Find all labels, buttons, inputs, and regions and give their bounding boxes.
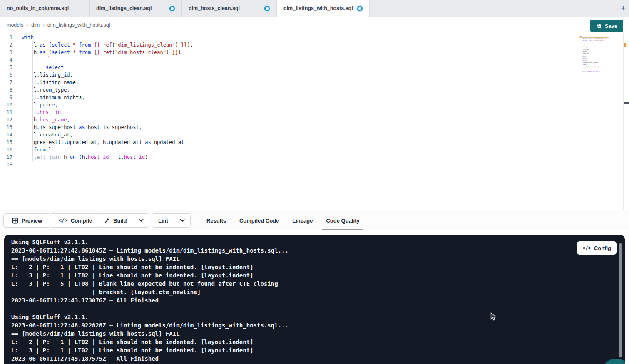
lint-output-text: Using SQLFluff v2.1.1. 2023-06-06T11:27:… (4, 235, 625, 363)
code-line[interactable]: 11 l.host_id, (0, 109, 193, 116)
code-line-text: l.created_at, (579, 64, 588, 66)
code-line[interactable]: 8 l.room_type, (0, 86, 193, 94)
code-line-text: l.minimum_nights, (579, 53, 590, 54)
code-line-text: h.is_superhost as host_is_superhost, (12, 124, 142, 131)
line-number: 9 (0, 94, 12, 101)
line-number: 5 (0, 64, 12, 71)
tab-label: dim_listings_with_hosts.sql (283, 5, 353, 11)
tab-dim-listings-with-hosts[interactable]: dim_listings_with_hosts.sql (277, 0, 370, 17)
unsaved-indicator-icon[interactable] (264, 6, 270, 11)
code-line[interactable]: 7 l.listing_name, (0, 79, 193, 86)
code-line-text: select (579, 44, 587, 46)
breadcrumb-item[interactable]: dim (31, 22, 40, 28)
line-number: 2 (0, 41, 12, 49)
minimap[interactable]: with l as (select * from {{ ref("dim_lis… (579, 35, 609, 84)
tab-lineage[interactable]: Lineage (292, 210, 313, 230)
line-number: 17 (0, 154, 12, 161)
tab-dim-hosts-clean[interactable]: dim_hosts_clean.sql (182, 0, 277, 17)
code-line[interactable]: 3 h as (select * from {{ ref("dim_hosts_… (0, 49, 193, 56)
unsaved-indicator-icon[interactable] (169, 6, 175, 11)
code-line[interactable]: 2 l as (select * from {{ ref("dim_listin… (0, 41, 193, 49)
code-line[interactable]: 12 h.host_name, (0, 116, 193, 124)
code-line[interactable]: 5 select (0, 64, 193, 71)
tab-no-nulls-in-columns[interactable]: no_nulls_in_columns.sql (0, 0, 90, 17)
config-button[interactable]: </> Config (577, 241, 617, 255)
code-line-text: h as (select * from {{ ref("dim_hosts_cl… (579, 40, 605, 41)
lint-split-button: Lint (152, 213, 191, 228)
code-line-text: from l (12, 146, 52, 154)
code-line[interactable]: 16 from l (0, 146, 193, 154)
code-line[interactable]: 9 l.minimum_nights, (0, 94, 193, 101)
code-line-text: from l (579, 68, 585, 70)
breadcrumb-item[interactable]: models (7, 22, 23, 28)
code-line-text: l.minimum_nights, (12, 94, 85, 101)
minimap-line (579, 72, 608, 74)
tab-code-quality-label: Code Quality (326, 218, 359, 224)
line-number: 16 (0, 146, 12, 154)
code-line-text: l.price, (12, 101, 58, 109)
code-line-text (579, 73, 580, 74)
code-line-text: select (12, 64, 64, 71)
breadcrumb-item: dim_listings_with_hosts.sql (47, 22, 110, 28)
code-line-text: l.listing_id, (579, 46, 588, 48)
code-line[interactable]: 13 h.is_superhost as host_is_superhost, (0, 124, 193, 131)
line-number: 3 (0, 49, 12, 56)
tab-label: no_nulls_in_columns.sql (7, 5, 69, 11)
code-line-text: l.listing_id, (12, 71, 73, 79)
tab-bar: no_nulls_in_columns.sql dim_listings_cle… (0, 0, 629, 17)
line-number: 4 (0, 56, 12, 64)
editor-scrollbar-thumb[interactable] (624, 102, 629, 104)
lint-button[interactable]: Lint (152, 214, 174, 227)
tab-dim-listings-clean[interactable]: dim_listings_clean.sql (90, 0, 182, 17)
code-line[interactable]: 18 (0, 161, 193, 168)
build-split-button: Build (98, 213, 149, 228)
line-number: 11 (0, 109, 12, 116)
terminal-area: Using SQLFluff v2.1.1. 2023-06-06T11:27:… (0, 230, 629, 364)
code-line-text: h as (select * from {{ ref("dim_hosts_cl… (12, 49, 181, 56)
code-line-text: l as (select * from {{ ref("dim_listings… (12, 41, 193, 49)
code-line[interactable]: 6 l.listing_id, (0, 71, 193, 79)
tab-compiled-code[interactable]: Compiled Code (239, 210, 279, 230)
line-number: 7 (0, 79, 12, 86)
build-dropdown-button[interactable] (133, 214, 149, 227)
minimap-content: with l as (select * from {{ ref("dim_lis… (579, 35, 608, 75)
build-button-label: Build (113, 218, 127, 224)
code-line[interactable]: 4 (0, 56, 193, 64)
save-button[interactable]: Save (590, 20, 623, 32)
tab-results[interactable]: Results (206, 210, 226, 230)
terminal-panel: Using SQLFluff v2.1.1. 2023-06-06T11:27:… (4, 235, 625, 364)
build-button[interactable]: Build (98, 214, 133, 227)
compile-button-label: Compile (71, 218, 92, 224)
code-line[interactable]: 17 left join h on (h.host_id = l.host_id… (0, 154, 193, 161)
code-line-text: l.listing_name, (579, 48, 589, 50)
code-line[interactable]: 15 greatest(l.updated_at, h.updated_at) … (0, 139, 193, 146)
code-line[interactable]: 14 l.created_at, (0, 131, 193, 139)
compile-button[interactable]: </> Compile (50, 213, 101, 228)
lint-dropdown-button[interactable] (174, 214, 190, 227)
code-line-text: l.host_id, (12, 109, 64, 116)
line-number: 8 (0, 86, 12, 94)
line-number: 10 (0, 101, 12, 109)
unsaved-indicator-icon[interactable] (357, 6, 363, 11)
code-line-text: with (12, 34, 34, 41)
toolbar-divider (194, 210, 194, 230)
line-number: 14 (0, 131, 12, 139)
preview-button[interactable]: Preview (3, 213, 51, 228)
breadcrumb-bar: models › dim › dim_listings_with_hosts.s… (0, 17, 629, 33)
code-line-text (12, 56, 22, 64)
code-line[interactable]: 1with (0, 34, 193, 41)
code-line-text: l.listing_name, (12, 79, 79, 86)
chevron-right-icon: › (42, 22, 45, 28)
panel-tabs: Results Compiled Code Lineage Code Quali… (206, 210, 360, 230)
line-number: 12 (0, 116, 12, 124)
terminal-scrollbar-thumb[interactable] (619, 243, 622, 357)
code-line-text: l.price, (579, 55, 586, 57)
code-line[interactable]: 10 l.price, (0, 101, 193, 109)
tab-code-quality[interactable]: Code Quality (326, 210, 359, 230)
tab-bar-divider (617, 3, 617, 13)
code-line-text: l.room_type, (12, 86, 70, 94)
code-line-text: left join h on (h.host_id = l.host_id) (579, 71, 599, 72)
minimap-line: h as (select * from {{ ref("dim_hosts_cl… (579, 40, 608, 42)
new-tab-button[interactable]: + (618, 2, 629, 15)
code-editor[interactable]: 1with2 l as (select * from {{ ref("dim_l… (0, 33, 629, 210)
